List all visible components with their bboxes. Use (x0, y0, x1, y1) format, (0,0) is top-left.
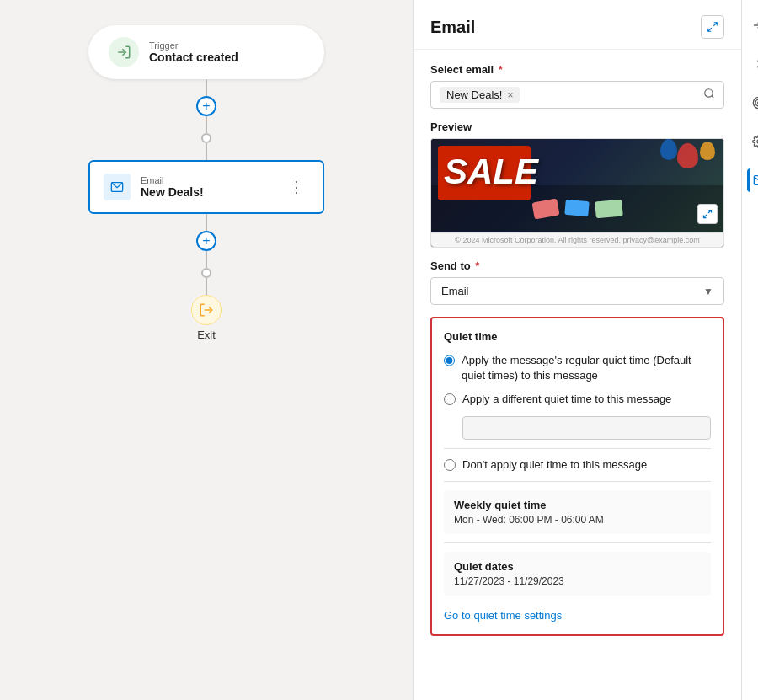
action-title: New Deals! (141, 185, 274, 199)
svg-line-3 (713, 23, 717, 26)
svg-line-4 (708, 28, 712, 31)
action-label: Email (141, 175, 274, 185)
select-email-label: Select email * (430, 63, 724, 76)
quiet-time-radio-3: Don't apply quiet time to this message (444, 457, 711, 473)
quiet-time-radio-1: Apply the message's regular quiet time (… (444, 353, 711, 383)
send-to-dropdown[interactable]: Email ▼ (430, 277, 724, 305)
email-config-panel: Email Select email * New Deals! × (413, 0, 741, 700)
expand-panel-button[interactable] (701, 15, 724, 39)
sidebar-settings-icon[interactable] (747, 130, 759, 153)
svg-point-5 (705, 89, 713, 97)
product-icons (533, 200, 622, 217)
panel-header: Email (414, 0, 741, 50)
connector-line-bottom (206, 116, 207, 133)
shoe-2 (564, 199, 589, 216)
email-search-button[interactable] (703, 88, 715, 102)
trigger-title: Contact created (149, 51, 238, 64)
panel-body: Select email * New Deals! × Preview (414, 50, 741, 683)
workflow-canvas: Trigger Contact created + Email New Deal… (0, 0, 413, 700)
sidebar-target-icon[interactable] (747, 91, 759, 115)
exit-icon (191, 295, 222, 325)
preview-container: SALE (430, 138, 724, 248)
sale-text: SALE (444, 152, 538, 192)
action-menu-button[interactable]: ⋮ (284, 176, 309, 198)
quiet-time-radio-label-1: Apply the message's regular quiet time (… (462, 353, 711, 383)
quiet-time-radio-label-2: Apply a different quiet time to this mes… (462, 392, 671, 407)
balloon-3 (700, 142, 715, 160)
email-tag: New Deals! × (440, 87, 520, 103)
connector-circle-2 (201, 268, 211, 278)
trigger-label: Trigger (149, 40, 238, 51)
dropdown-arrow-icon: ▼ (703, 286, 713, 297)
quiet-dates-divider (444, 542, 711, 543)
connector-line-5 (206, 278, 207, 295)
preview-image: SALE (430, 138, 724, 248)
preview-expand-button[interactable] (697, 204, 718, 224)
connector-line-top (206, 79, 207, 96)
quiet-time-divider (444, 448, 711, 449)
connector-1: + (196, 79, 216, 160)
action-text: Email New Deals! (141, 175, 274, 199)
quiet-time-section: Quiet time Apply the message's regular q… (430, 317, 724, 636)
preview-footer: © 2024 Microsoft Corporation. All rights… (431, 232, 723, 247)
svg-line-6 (712, 96, 714, 99)
quiet-time-radio-2: Apply a different quiet time to this mes… (444, 392, 711, 407)
sidebar-login-icon[interactable] (747, 13, 759, 37)
select-email-field-group: Select email * New Deals! × (430, 63, 724, 109)
quiet-dates-value: 11/27/2023 - 11/29/2023 (454, 575, 701, 587)
connector-line-bottom2 (206, 143, 207, 160)
email-tag-text: New Deals! (446, 88, 502, 101)
select-email-input[interactable]: New Deals! × (430, 81, 724, 109)
connector-2: + (196, 214, 216, 295)
quiet-time-radio-input-2[interactable] (444, 393, 456, 405)
add-step-button-1[interactable]: + (196, 96, 216, 116)
sidebar-email-icon[interactable] (747, 168, 759, 192)
balloon-1 (677, 143, 698, 168)
required-star-send: * (472, 259, 480, 272)
balloon-2 (660, 139, 677, 160)
weekly-quiet-time-block: Weekly quiet time Mon - Wed: 06:00 PM - … (444, 490, 711, 534)
weekly-quiet-time-title: Weekly quiet time (454, 499, 701, 511)
trigger-node: Trigger Contact created (88, 25, 324, 79)
connector-circle-1 (201, 133, 211, 143)
email-action-icon (104, 174, 131, 200)
quiet-dates-title: Quiet dates (454, 560, 701, 573)
quiet-time-title: Quiet time (444, 330, 711, 343)
weekly-quiet-time-value: Mon - Wed: 06:00 PM - 06:00 AM (454, 514, 701, 526)
trigger-text: Trigger Contact created (149, 40, 238, 64)
shoe-1 (531, 198, 559, 219)
email-tag-close-button[interactable]: × (507, 89, 513, 101)
add-step-button-2[interactable]: + (196, 231, 216, 251)
connector-line-4 (206, 251, 207, 268)
quiet-dates-block: Quiet dates 11/27/2023 - 11/29/2023 (444, 552, 711, 596)
quiet-time-radio-label-3: Don't apply quiet time to this message (462, 457, 647, 473)
exit-label: Exit (197, 329, 216, 341)
sidebar-icon-panel (741, 0, 758, 700)
quiet-time-radio-input-1[interactable] (444, 355, 455, 366)
trigger-icon (109, 37, 139, 67)
exit-node: Exit (191, 295, 222, 341)
quiet-time-settings-link[interactable]: Go to quiet time settings (444, 609, 562, 622)
send-to-value: Email (441, 285, 469, 297)
preview-label: Preview (430, 120, 724, 133)
panel-title: Email (430, 18, 475, 37)
sidebar-arrow-icon[interactable] (747, 52, 759, 76)
sale-banner: SALE (431, 139, 723, 247)
connector-line-3 (206, 214, 207, 231)
preview-section: Preview SALE (430, 120, 724, 248)
quiet-time-custom-input[interactable] (462, 416, 711, 440)
shoe-3 (595, 199, 623, 218)
quiet-time-divider-2 (444, 481, 711, 482)
email-action-node[interactable]: Email New Deals! ⋮ (88, 160, 324, 214)
send-to-section: Send to * Email ▼ (430, 259, 724, 305)
required-star-email: * (495, 63, 503, 76)
quiet-time-radio-input-3[interactable] (444, 459, 456, 471)
send-to-label: Send to * (430, 259, 724, 272)
